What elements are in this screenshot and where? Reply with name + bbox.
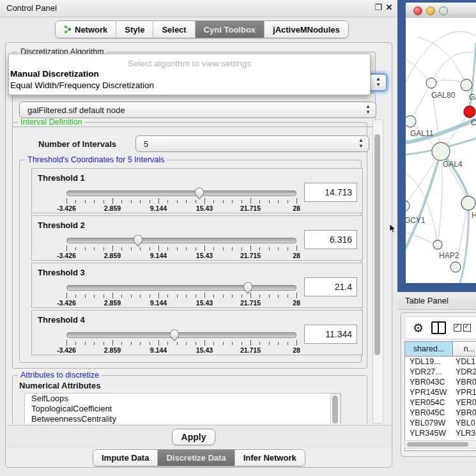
interval-definition-group: Interval Definition Number of Intervals … bbox=[12, 122, 367, 369]
tick-label: 28 bbox=[293, 346, 300, 354]
list-item[interactable]: SelfLoops bbox=[25, 394, 341, 404]
table-hscrollbar[interactable] bbox=[404, 440, 476, 449]
node-red[interactable] bbox=[464, 106, 475, 118]
tick-label: 15.43 bbox=[196, 346, 213, 354]
list-scrollbar[interactable] bbox=[330, 394, 341, 424]
tick-label: 21.715 bbox=[240, 252, 261, 259]
threshold-value-field[interactable]: 14.713 bbox=[304, 183, 357, 202]
cell-name: YBR0 bbox=[452, 408, 476, 418]
slider-track[interactable] bbox=[66, 238, 296, 243]
popup-item-equal[interactable]: Equal Width/Frequency Discretization bbox=[10, 81, 154, 90]
tab-label: Style bbox=[125, 25, 144, 35]
slider-track[interactable] bbox=[66, 190, 296, 196]
node-bottom[interactable] bbox=[450, 262, 461, 272]
table-row[interactable]: YPR145WYPR1 bbox=[405, 387, 476, 397]
tab-cyni-toolbox[interactable]: Cyni Toolbox bbox=[196, 21, 265, 38]
slider-track[interactable] bbox=[66, 332, 296, 338]
table-row[interactable]: YER054CYER0 bbox=[405, 397, 476, 408]
node-ga[interactable] bbox=[461, 79, 472, 91]
network-canvas[interactable]: GAL80 GA C GAL11 GAL4 GCY1 H HAP2 bbox=[406, 18, 476, 283]
tick-label: 2.859 bbox=[104, 252, 121, 259]
settings-viewport: Interval Definition Number of Intervals … bbox=[10, 118, 371, 424]
settings-scrollbar[interactable] bbox=[372, 119, 383, 424]
close-icon[interactable]: ✕ bbox=[384, 3, 394, 13]
slider-ticks bbox=[66, 293, 296, 298]
threshold-label: Threshold 1 bbox=[38, 173, 85, 183]
mac-minimize-icon[interactable] bbox=[426, 6, 435, 15]
list-item[interactable]: TopologicalCoefficient bbox=[25, 404, 341, 414]
mac-close-icon[interactable] bbox=[413, 6, 422, 15]
algorithm-dropdown-popup: Select algorithm to view settings Manual… bbox=[8, 54, 371, 95]
float-window-icon[interactable]: ❐ bbox=[373, 3, 383, 13]
tab-style[interactable]: Style bbox=[116, 21, 153, 38]
gear-icon[interactable]: ⚙ bbox=[413, 322, 424, 334]
threshold-slider[interactable]: -3.4262.8599.14415.4321.71528 bbox=[66, 189, 296, 208]
slider-ticks bbox=[66, 245, 296, 251]
tick-label: 15.43 bbox=[196, 204, 213, 212]
stepper-icon: ▲▼ bbox=[376, 76, 381, 88]
threshold-slider[interactable]: -3.4262.8599.14415.4321.71528 bbox=[66, 236, 296, 256]
cell-shared-name: YPR145W bbox=[405, 387, 452, 397]
stepper-icon: ▲▼ bbox=[358, 137, 364, 149]
split-view-icon[interactable] bbox=[431, 321, 446, 334]
column-header-shared[interactable]: shared... bbox=[405, 342, 453, 356]
cyni-toolbox-panel: Discretization Algorithm ▲▼ Table Data g… bbox=[5, 42, 392, 468]
table-data-combobox[interactable]: galFiltered.sif default node ▲▼ bbox=[19, 102, 376, 118]
popup-prompt: Select algorithm to view settings bbox=[9, 59, 370, 68]
tab-infer-network[interactable]: Infer Network bbox=[235, 450, 305, 466]
mac-zoom-icon[interactable] bbox=[439, 6, 448, 15]
table-row[interactable]: YBR043CYBR0 bbox=[405, 377, 476, 387]
table-row[interactable]: YBR045CYBR0 bbox=[405, 408, 476, 418]
node-h[interactable] bbox=[461, 196, 475, 210]
checkbox-icon[interactable] bbox=[463, 324, 471, 332]
threshold-value-field[interactable]: 6.316 bbox=[304, 230, 357, 249]
threshold-panel: Threshold 1 -3.4262.8599.14415.4321.7152… bbox=[31, 168, 363, 213]
node-gcy1[interactable] bbox=[406, 201, 410, 211]
table-row[interactable]: YLR345WYLR3 bbox=[405, 428, 476, 438]
apply-row: Apply bbox=[6, 425, 391, 449]
node-label: GAL4 bbox=[443, 160, 463, 169]
threshold-slider[interactable]: -3.4262.8599.14415.4321.71528 bbox=[66, 284, 296, 303]
threshold-slider[interactable]: -3.4262.8599.14415.4321.71528 bbox=[66, 331, 296, 350]
table-row[interactable]: YDL19...YDL1 bbox=[405, 357, 476, 367]
number-of-intervals-combobox[interactable]: 5 ▲▼ bbox=[135, 135, 369, 152]
bottom-tab-strip: Impute DataDiscretize DataInfer Network bbox=[93, 449, 305, 466]
popup-item-manual[interactable]: Manual Discretization bbox=[10, 69, 99, 79]
table-header: shared... n... bbox=[405, 342, 476, 357]
cell-shared-name: YER054C bbox=[405, 397, 452, 408]
node-label: GA bbox=[469, 93, 476, 102]
cell-shared-name: YDR27... bbox=[405, 367, 452, 377]
tab-label: Infer Network bbox=[243, 453, 296, 463]
node-hap2[interactable] bbox=[433, 240, 442, 249]
threshold-value-field[interactable]: 21.4 bbox=[304, 277, 357, 296]
node-gal4[interactable] bbox=[432, 142, 450, 160]
tab-network[interactable]: Network bbox=[56, 21, 116, 38]
slider-tick-labels: -3.4262.8599.14415.4321.71528 bbox=[66, 346, 296, 354]
list-item[interactable]: BetweennessCentrality bbox=[25, 414, 341, 424]
tab-discretize-data[interactable]: Discretize Data bbox=[158, 450, 234, 466]
threshold-label: Threshold 2 bbox=[38, 220, 85, 230]
tab-jactivemnodules[interactable]: jActiveMNodules bbox=[265, 21, 348, 38]
slider-tick-labels: -3.4262.8599.14415.4321.71528 bbox=[66, 204, 296, 212]
table-row[interactable]: YDR27...YDR2 bbox=[405, 367, 476, 377]
slider-track[interactable] bbox=[66, 285, 296, 291]
checkbox-icon[interactable] bbox=[454, 324, 461, 332]
threshold-panel: Threshold 2 -3.4262.8599.14415.4321.7152… bbox=[31, 215, 363, 261]
tick-label: 15.43 bbox=[196, 252, 213, 259]
node-gal80[interactable] bbox=[426, 78, 436, 88]
tab-label: Select bbox=[162, 25, 186, 35]
node-gal11[interactable] bbox=[406, 116, 416, 127]
numerical-attributes-list[interactable]: SelfLoopsTopologicalCoefficientBetweenne… bbox=[24, 393, 341, 424]
tick-label: 15.43 bbox=[196, 299, 213, 307]
column-header-name[interactable]: n... bbox=[453, 342, 476, 356]
tab-select[interactable]: Select bbox=[153, 21, 195, 38]
table-panel-bar: Table Panel bbox=[397, 292, 476, 310]
table-row[interactable]: YBL079WYBL0 bbox=[405, 418, 476, 428]
tab-impute-data[interactable]: Impute Data bbox=[93, 450, 158, 466]
cell-shared-name: YLR345W bbox=[405, 428, 452, 438]
top-tab-strip: NetworkStyleSelectCyni ToolboxjActiveMNo… bbox=[55, 20, 349, 38]
apply-button[interactable]: Apply bbox=[172, 429, 215, 445]
threshold-value-field[interactable]: 11.344 bbox=[304, 325, 357, 344]
tick-label: 28 bbox=[293, 204, 300, 212]
app-root: Control Panel ❐ ✕ NetworkStyleSelectCyni… bbox=[0, 0, 476, 476]
